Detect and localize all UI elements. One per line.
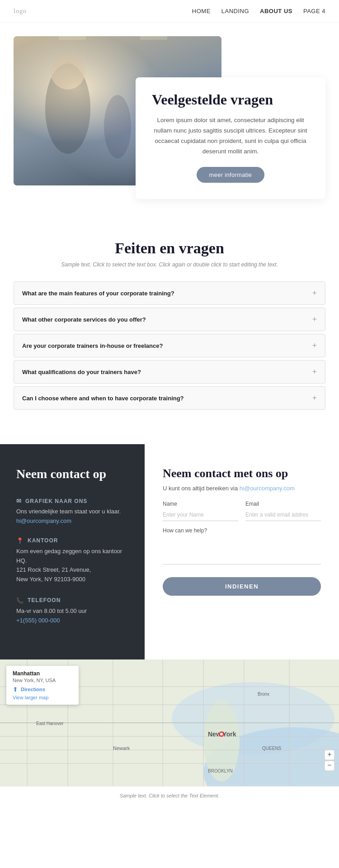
- map-directions-row: ⬆ Directions: [13, 686, 72, 693]
- email-icon: ✉: [16, 498, 22, 504]
- nav-about[interactable]: ABOUT US: [260, 8, 292, 14]
- contact-block-office: 📍 KANTOOR Kom even gedag zeggen op ons k…: [16, 537, 128, 584]
- map-section: New York Newark East Hanover Bronx QUEEN…: [0, 659, 339, 786]
- contact-block-office-title: 📍 KANTOOR: [16, 537, 128, 544]
- svg-text:+: +: [327, 750, 331, 758]
- nav-links: HOME LANDING ABOUT US PAGE 4: [192, 8, 325, 14]
- faq-item[interactable]: What qualifications do your trainers hav…: [14, 360, 325, 384]
- faq-item[interactable]: Are your corporate trainers in-house or …: [14, 334, 325, 357]
- faq-expand-icon-5: +: [312, 394, 317, 402]
- contact-block-phone: 📞 TELEFOON Ma-vr van 8.00 tot 5.00 uur +…: [16, 597, 128, 624]
- svg-text:−: −: [327, 761, 331, 769]
- footer: Sample text. Click to select the Text El…: [0, 786, 339, 805]
- faq-expand-icon-3: +: [312, 342, 317, 350]
- hero-section: Veelgestelde vragen Lorem ipsum dolor si…: [14, 36, 325, 199]
- svg-text:QUEENS: QUEENS: [262, 746, 282, 751]
- faq-expand-icon-2: +: [312, 315, 317, 323]
- form-name-group: Name: [163, 501, 238, 521]
- svg-text:East Hanover: East Hanover: [36, 721, 64, 726]
- hero-card: Veelgestelde vragen Lorem ipsum dolor si…: [136, 77, 325, 199]
- contact-office-text: Kom even gedag zeggen op ons kantoor HQ.…: [16, 547, 128, 584]
- footer-text: Sample text. Click to select the Text El…: [120, 793, 219, 798]
- location-icon: 📍: [16, 537, 24, 544]
- nav-page4[interactable]: PAGE 4: [303, 8, 325, 14]
- svg-point-5: [104, 95, 131, 158]
- contact-left-title: Neem contact op: [16, 467, 128, 481]
- contact-phone-text: Ma-vr van 8.00 tot 5.00 uur: [16, 607, 128, 616]
- view-larger-map-link[interactable]: View larger map: [13, 695, 72, 700]
- form-name-email-row: Name Email: [163, 501, 321, 521]
- faq-item[interactable]: What other corporate services do you off…: [14, 308, 325, 331]
- contact-email-link[interactable]: hi@ourcompany.com: [16, 517, 71, 524]
- contact-block-email-title: ✉ GRAFIEK NAAR ONS: [16, 498, 128, 504]
- email-label: Email: [245, 501, 321, 507]
- faq-question-5: Can I choose where and when to have corp…: [22, 395, 184, 402]
- map-location-addr: New York, NY, USA: [13, 678, 72, 683]
- form-help-group: How can we help?: [163, 527, 321, 566]
- submit-button[interactable]: INDIENEN: [163, 577, 321, 596]
- nav-home[interactable]: HOME: [192, 8, 211, 14]
- faq-section: Feiten en vragen Sample text. Click to s…: [0, 213, 339, 426]
- hero-title: Veelgestelde vragen: [152, 91, 309, 108]
- contact-block-phone-title: 📞 TELEFOON: [16, 597, 128, 604]
- contact-phone-link[interactable]: +1(555) 000-000: [16, 617, 60, 624]
- faq-question-4: What qualifications do your trainers hav…: [22, 369, 141, 375]
- reach-text: U kunt ons altijd bereiken via hi@ourcom…: [163, 485, 321, 492]
- svg-text:Bronx: Bronx: [258, 692, 269, 697]
- faq-question-2: What other corporate services do you off…: [22, 316, 146, 323]
- faq-question-1: What are the main features of your corpo…: [22, 290, 174, 297]
- contact-right: Neem contact met ons op U kunt ons altij…: [145, 444, 339, 659]
- help-textarea[interactable]: [163, 537, 321, 564]
- name-input[interactable]: [163, 509, 238, 521]
- faq-subtitle: Sample text. Click to select the text bo…: [14, 261, 325, 268]
- faq-item[interactable]: Can I choose where and when to have corp…: [14, 386, 325, 410]
- form-email-group: Email: [245, 501, 321, 521]
- svg-point-4: [51, 55, 85, 90]
- faq-list: What are the main features of your corpo…: [14, 281, 325, 410]
- map-overlay-card: Manhattan New York, NY, USA ⬆ Directions…: [6, 666, 79, 705]
- faq-expand-icon-1: +: [312, 289, 317, 297]
- map-location-title: Manhattan: [13, 670, 72, 677]
- hero-button[interactable]: meer informatie: [197, 167, 265, 183]
- help-label: How can we help?: [163, 527, 321, 534]
- phone-icon: 📞: [16, 597, 24, 604]
- faq-expand-icon-4: +: [312, 368, 317, 376]
- contact-section: Neem contact op ✉ GRAFIEK NAAR ONS Ons v…: [0, 444, 339, 659]
- svg-text:BROOKLYN: BROOKLYN: [208, 768, 233, 773]
- navigation: logo HOME LANDING ABOUT US PAGE 4: [0, 0, 339, 23]
- contact-left: Neem contact op ✉ GRAFIEK NAAR ONS Ons v…: [0, 444, 145, 659]
- directions-icon: ⬆: [13, 686, 18, 693]
- hero-description: Lorem ipsum dolor sit amet, consectetur …: [152, 115, 309, 157]
- faq-title: Feiten en vragen: [14, 240, 325, 257]
- svg-point-32: [220, 733, 223, 735]
- faq-question-3: Are your corporate trainers in-house or …: [22, 342, 163, 349]
- svg-text:Newark: Newark: [113, 745, 130, 751]
- faq-item[interactable]: What are the main features of your corpo…: [14, 281, 325, 305]
- logo: logo: [14, 8, 27, 15]
- reach-email-link[interactable]: hi@ourcompany.com: [240, 485, 295, 492]
- name-label: Name: [163, 501, 238, 507]
- directions-link[interactable]: Directions: [21, 687, 45, 692]
- contact-right-title: Neem contact met ons op: [163, 467, 321, 480]
- contact-email-text: Ons vriendelijke team staat voor u klaar…: [16, 507, 128, 517]
- svg-rect-1: [59, 36, 86, 40]
- email-input[interactable]: [245, 509, 321, 521]
- contact-block-email: ✉ GRAFIEK NAAR ONS Ons vriendelijke team…: [16, 498, 128, 525]
- svg-rect-2: [140, 36, 167, 40]
- nav-landing[interactable]: LANDING: [221, 8, 249, 14]
